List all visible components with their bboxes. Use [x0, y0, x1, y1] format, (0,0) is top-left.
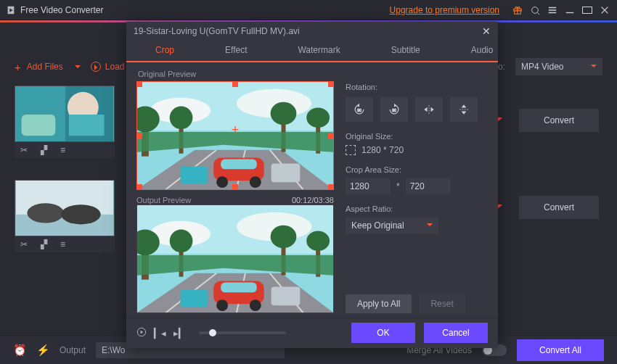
editor-tabs: Crop Effect Watermark Subtitle Audio	[126, 41, 498, 62]
svg-rect-7	[22, 115, 56, 136]
crop-icon[interactable]: ▞	[41, 145, 47, 155]
video-item-actions: ✂ ▞ ≡	[15, 142, 115, 158]
flip-vertical-button[interactable]	[450, 97, 478, 122]
svg-point-54	[250, 299, 261, 311]
svg-rect-32	[181, 166, 208, 183]
rotate-left-button[interactable]: 90	[346, 97, 373, 122]
prev-frame-button[interactable]: ▎◂	[154, 328, 166, 339]
tab-subtitle[interactable]: Subtitle	[377, 45, 435, 61]
load-dvd-button[interactable]: Load	[91, 62, 125, 72]
tab-effect[interactable]: Effect	[211, 45, 261, 61]
crop-handle[interactable]	[136, 184, 142, 190]
dialog-title: 19-Sistar-Loving U(GomTV FullHD MV).avi	[134, 26, 300, 36]
video-list: ✂ ▞ ≡ ✂ ▞ ≡	[15, 86, 115, 252]
svg-point-46	[170, 229, 193, 252]
crop-center-icon[interactable]: +	[232, 123, 240, 138]
crop-height-input[interactable]: 720	[406, 178, 451, 194]
tab-watermark[interactable]: Watermark	[283, 45, 354, 61]
menu-icon[interactable]	[546, 4, 559, 17]
seek-slider[interactable]	[199, 331, 286, 334]
crop-area-label: Crop Area Size:	[346, 165, 488, 174]
original-preview[interactable]: +	[136, 81, 334, 190]
svg-rect-55	[181, 289, 208, 307]
convert-button[interactable]: Convert	[519, 196, 599, 219]
rotation-label: Rotation:	[346, 83, 488, 91]
svg-point-31	[250, 176, 261, 188]
crop-handle[interactable]	[136, 133, 142, 138]
aspect-ratio-value: Keep Original	[351, 220, 404, 231]
original-preview-label: Original Preview	[138, 70, 334, 78]
seek-knob[interactable]	[209, 329, 216, 336]
reset-button[interactable]: Reset	[419, 294, 465, 313]
gift-icon[interactable]	[511, 4, 524, 17]
maximize-button[interactable]	[581, 4, 594, 17]
aspect-ratio-select[interactable]: Keep Original	[346, 218, 438, 233]
rotate-right-button[interactable]: 90	[380, 97, 408, 122]
svg-rect-56	[271, 286, 301, 305]
svg-rect-6	[69, 115, 105, 136]
crop-handle[interactable]	[328, 184, 334, 190]
play-button[interactable]	[136, 327, 147, 339]
svg-text:90: 90	[392, 107, 396, 112]
aspect-ratio-label: Aspect Ratio:	[346, 204, 488, 213]
svg-rect-29	[221, 159, 257, 169]
next-frame-button[interactable]: ▸▎	[173, 328, 186, 339]
minimize-button[interactable]	[563, 4, 576, 17]
video-item[interactable]: ✂ ▞ ≡	[15, 180, 115, 252]
plus-icon: +	[15, 61, 21, 73]
svg-point-30	[216, 176, 228, 188]
flip-horizontal-button[interactable]	[415, 97, 443, 122]
output-preview	[136, 204, 334, 313]
video-thumbnail	[15, 180, 115, 236]
svg-point-11	[61, 204, 101, 224]
output-path-value: E:\Wo	[102, 345, 125, 355]
crop-handle[interactable]	[328, 81, 334, 87]
close-window-button[interactable]	[598, 4, 611, 17]
crop-size-sep: *	[396, 181, 400, 191]
settings-icon[interactable]: ≡	[60, 239, 65, 249]
crop-icon[interactable]: ▞	[41, 239, 47, 249]
output-format-value: MP4 Video	[521, 62, 563, 72]
crop-handle[interactable]	[232, 81, 238, 87]
svg-line-1	[538, 12, 540, 15]
tab-crop[interactable]: Crop	[141, 45, 189, 61]
edit-dialog: 19-Sistar-Loving U(GomTV FullHD MV).avi …	[126, 22, 498, 348]
output-preview-label: Output Preview	[136, 196, 191, 204]
svg-rect-33	[271, 163, 301, 182]
crop-handle[interactable]	[232, 184, 238, 190]
crop-width-input[interactable]: 1280	[346, 178, 391, 194]
output-format-select[interactable]: MP4 Video	[515, 58, 602, 75]
trim-icon[interactable]: ✂	[20, 239, 28, 249]
schedule-icon[interactable]: ⏰	[13, 344, 26, 357]
dialog-footer: ▎◂ ▸▎ OK Cancel	[126, 318, 498, 349]
trim-icon[interactable]: ✂	[20, 145, 28, 155]
svg-text:90: 90	[357, 107, 361, 112]
svg-point-25	[271, 102, 297, 125]
crop-controls: Rotation: 90 90 Origi	[346, 70, 488, 313]
original-size-label: Original Size:	[346, 132, 488, 141]
dialog-titlebar: 19-Sistar-Loving U(GomTV FullHD MV).avi …	[126, 22, 498, 41]
close-icon[interactable]: ✕	[482, 25, 491, 37]
svg-point-48	[271, 225, 297, 248]
settings-icon[interactable]	[528, 4, 542, 17]
convert-button[interactable]: Convert	[519, 109, 599, 132]
app-logo-icon	[6, 5, 16, 15]
tab-audio[interactable]: Audio	[457, 45, 508, 61]
crop-handle[interactable]	[136, 81, 142, 87]
load-dvd-label: Load	[105, 62, 125, 72]
convert-all-button[interactable]: Convert All	[517, 339, 604, 361]
apply-to-all-button[interactable]: Apply to All	[346, 294, 412, 313]
settings-icon[interactable]: ≡	[60, 145, 65, 155]
video-thumbnail	[15, 86, 115, 142]
cancel-button[interactable]: Cancel	[424, 323, 488, 343]
crop-handle[interactable]	[328, 133, 334, 138]
app-name: Free Video Converter	[20, 5, 104, 15]
gpu-icon[interactable]: ⚡	[36, 344, 49, 357]
svg-point-10	[27, 203, 64, 223]
add-files-button[interactable]: + Add Files	[15, 61, 81, 73]
ok-button[interactable]: OK	[351, 323, 415, 343]
video-item[interactable]: ✂ ▞ ≡	[15, 86, 115, 158]
svg-point-53	[216, 299, 228, 311]
playback-controls: ▎◂ ▸▎	[136, 327, 286, 339]
upgrade-link[interactable]: Upgrade to premium version	[390, 5, 499, 15]
